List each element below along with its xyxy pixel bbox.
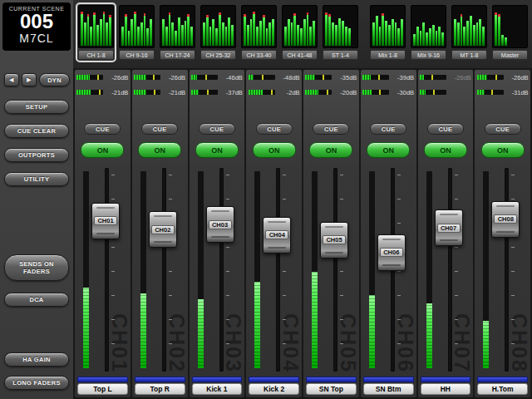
meter-fill (362, 75, 371, 80)
tab-label: CH 17-24 (160, 50, 195, 60)
dyn-button[interactable]: DYN (39, 73, 70, 86)
meter-peak-indicator (433, 90, 435, 95)
bank-next-button[interactable]: ▶ (22, 73, 37, 86)
tab-ch-25-32[interactable]: CH 25-32 (198, 2, 239, 62)
fader-track[interactable] (505, 168, 509, 372)
fader-cap[interactable]: CH06 (377, 234, 406, 271)
fader-cap[interactable]: CH08 (491, 201, 520, 238)
tab-meter-bridge (451, 5, 487, 48)
channel-on-button[interactable]: ON (424, 142, 467, 158)
input-level-readout: -26dB (111, 74, 128, 81)
output-meter-row: -31dB (477, 89, 529, 96)
channel-name[interactable]: HH (421, 383, 471, 395)
ha-gain-button[interactable]: HA GAIN (4, 352, 69, 367)
tab-st-1-4[interactable]: ST 1-4 (320, 2, 361, 62)
tab-master[interactable]: Master (490, 2, 530, 62)
tab-label: CH 33-40 (241, 50, 277, 60)
fader-track[interactable] (162, 168, 166, 372)
fader-cap[interactable]: CH05 (320, 222, 348, 259)
cue-button[interactable]: CUE (427, 123, 464, 135)
cue-button[interactable]: CUE (370, 123, 406, 135)
level-meter-fill (483, 321, 489, 368)
channel-on-button[interactable]: ON (367, 142, 410, 158)
cue-button[interactable]: CUE (313, 123, 349, 135)
mini-meter-bar (476, 22, 479, 46)
pan-indicator-bar (249, 377, 299, 382)
tab-mix-1-8[interactable]: Mix 1-8 (367, 2, 408, 62)
fader-cap[interactable]: CH04 (263, 217, 291, 254)
input-level-readout: -26dB (512, 74, 529, 81)
input-level-readout: -48dB (283, 74, 300, 81)
output-level-readout: -21dB (169, 89, 185, 96)
fader-cap[interactable]: CH01 (91, 203, 120, 239)
fader-track[interactable] (448, 168, 452, 372)
meter-peak-indicator (491, 90, 493, 95)
channel-name[interactable]: Kick 1 (192, 383, 243, 395)
tab-ch-17-24[interactable]: CH 17-24 (157, 2, 198, 62)
mini-meter-bar (250, 19, 253, 46)
fader-cap-label: CH05 (323, 235, 346, 244)
mini-meter-bar (342, 21, 344, 46)
cue-button[interactable]: CUE (256, 123, 293, 135)
utility-button[interactable]: UTILITY (4, 172, 69, 186)
cue-button[interactable]: CUE (485, 123, 521, 135)
mini-meter-bar (441, 32, 444, 46)
tab-ch-33-40[interactable]: CH 33-40 (239, 2, 279, 62)
fader-cap-label: CH07 (437, 224, 461, 233)
mini-meter-bar (473, 25, 475, 46)
mini-meter-bar (225, 27, 228, 46)
cue-button[interactable]: CUE (199, 123, 235, 135)
setup-button[interactable]: SETUP (4, 100, 69, 114)
bank-prev-button[interactable]: ◀ (4, 73, 19, 86)
channel-name[interactable]: H.Tom (477, 383, 528, 395)
channel-on-button[interactable]: ON (195, 142, 239, 158)
channel-strips: -26dB -21dB CUE ON CH01 CH01 Top L (73, 68, 532, 399)
meter-peak-indicator (262, 75, 264, 80)
mini-meter-bar (93, 12, 96, 46)
cue-button[interactable]: CUE (141, 123, 178, 135)
fader-track[interactable] (276, 168, 280, 372)
sidebar: CURRENT SCENE 005 M7CL ◀ ▶ DYN SETUP CUE… (0, 0, 73, 399)
channel-on-button[interactable]: ON (481, 142, 525, 158)
channel-name[interactable]: Top R (135, 383, 185, 395)
cue-button[interactable]: CUE (84, 123, 121, 135)
mini-meter-bar (256, 27, 259, 46)
mini-meter-bar (463, 27, 466, 46)
tab-ch-41-48[interactable]: CH 41-48 (279, 2, 320, 62)
channel-name[interactable]: SN Top (306, 383, 357, 395)
fader-cap[interactable]: CH07 (435, 209, 463, 246)
fader-cap-label: CH06 (380, 248, 403, 257)
tab-mt-1-8[interactable]: MT 1-8 (449, 2, 490, 62)
cue-clear-button[interactable]: CUE CLEAR (4, 124, 69, 138)
channel-name[interactable]: SN Btm (363, 383, 414, 395)
channel-on-button[interactable]: ON (81, 142, 124, 158)
fader-cap[interactable]: CH02 (149, 211, 177, 248)
tab-ch-1-8[interactable]: CH 1-8 (76, 2, 116, 62)
outports-button[interactable]: OUTPORTS (4, 148, 69, 162)
channel-name[interactable]: Kick 2 (249, 383, 299, 395)
channel-on-button[interactable]: ON (138, 142, 181, 158)
mini-meter-bar (325, 12, 328, 46)
fader-cap[interactable]: CH03 (206, 206, 234, 243)
mini-meter-bar (175, 31, 177, 46)
level-meter-fill (198, 299, 204, 368)
mini-meter-bar (422, 22, 425, 46)
sends-on-faders-button[interactable]: SENDS ON FADERS (4, 254, 69, 281)
fader-track[interactable] (333, 168, 337, 372)
tab-mix-9-16[interactable]: Mix 9-16 (408, 2, 449, 62)
channel-on-button[interactable]: ON (309, 142, 352, 158)
output-meter (420, 90, 446, 95)
long-faders-button[interactable]: LONG FADERS (4, 376, 69, 390)
channel-on-button[interactable]: ON (253, 142, 296, 158)
mini-meter-bar (401, 19, 403, 46)
tab-label: Mix 9-16 (411, 50, 446, 60)
dca-button[interactable]: DCA (4, 293, 69, 307)
fader-track[interactable] (105, 168, 109, 372)
mini-meter-bar (457, 22, 460, 46)
input-meter-row: -48dB (249, 74, 300, 81)
tab-ch-9-16[interactable]: CH 9-16 (116, 2, 157, 62)
mini-meter-bar (87, 14, 90, 46)
fader-track[interactable] (219, 168, 224, 372)
channel-name[interactable]: Top L (77, 383, 128, 395)
mini-meter-bar (426, 32, 428, 46)
